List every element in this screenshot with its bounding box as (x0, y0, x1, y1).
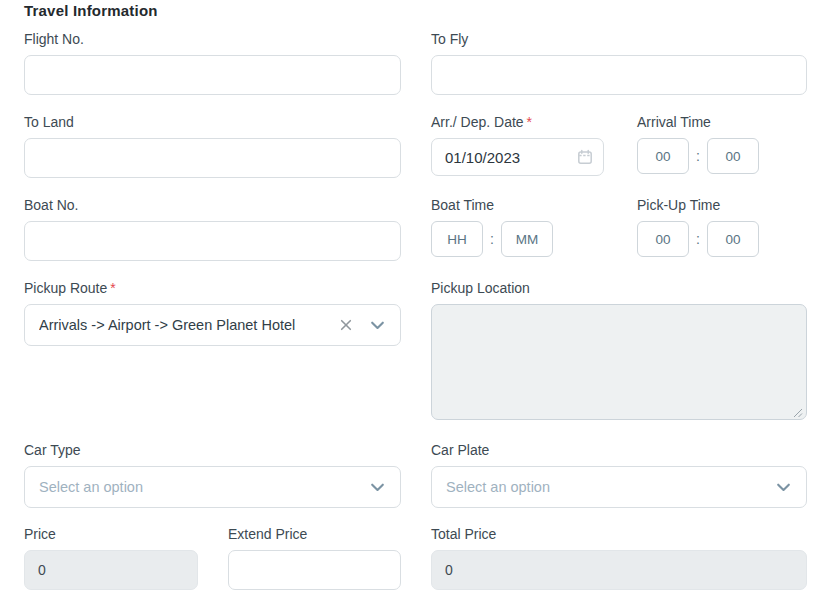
arr-dep-date-field: Arr./ Dep. Date* (431, 114, 604, 178)
car-plate-label: Car Plate (431, 442, 807, 459)
pickup-time-minute-input[interactable] (707, 221, 759, 257)
form-row: Boat No. Boat Time : Pick-Up Time : (24, 197, 807, 261)
form-row: Pickup Route* Arrivals -> Airport -> Gre… (24, 280, 807, 424)
flight-no-field: Flight No. (24, 31, 401, 95)
calendar-icon[interactable] (577, 149, 593, 165)
form-row: To Land Arr./ Dep. Date* (24, 114, 807, 178)
chevron-down-icon[interactable] (369, 317, 386, 334)
arrival-time-minute-input[interactable] (707, 138, 759, 174)
chevron-down-icon[interactable] (369, 479, 386, 496)
total-price-field: Total Price (431, 526, 807, 590)
extend-price-input[interactable] (228, 550, 401, 590)
pickup-time-label: Pick-Up Time (637, 197, 759, 214)
form-row: Flight No. To Fly (24, 31, 807, 95)
pickup-location-textarea (431, 304, 807, 420)
to-fly-label: To Fly (431, 31, 807, 48)
required-asterisk: * (110, 280, 115, 296)
clear-icon[interactable] (339, 318, 353, 332)
to-land-input[interactable] (24, 138, 401, 178)
to-land-label: To Land (24, 114, 401, 131)
pickup-route-field: Pickup Route* Arrivals -> Airport -> Gre… (24, 280, 401, 424)
form-row: Car Type Select an option Car Plate Sele… (24, 442, 807, 508)
pickup-time-hour-input[interactable] (637, 221, 689, 257)
arrival-time-hour-input[interactable] (637, 138, 689, 174)
pickup-location-label: Pickup Location (431, 280, 807, 297)
car-type-placeholder: Select an option (39, 479, 369, 495)
required-asterisk: * (527, 114, 532, 130)
extend-price-field: Extend Price (228, 526, 401, 590)
form-row: Price Extend Price Total Price (24, 526, 807, 590)
to-fly-field: To Fly (431, 31, 807, 95)
travel-information-form: Travel Information Flight No. To Fly To … (0, 0, 830, 590)
time-separator: : (696, 148, 700, 164)
boat-time-minute-input[interactable] (501, 221, 553, 257)
boat-time-hour-input[interactable] (431, 221, 483, 257)
chevron-down-icon[interactable] (775, 479, 792, 496)
section-title: Travel Information (24, 2, 807, 20)
boat-no-field: Boat No. (24, 197, 401, 261)
pickup-route-select[interactable]: Arrivals -> Airport -> Green Planet Hote… (24, 304, 401, 346)
car-type-select[interactable]: Select an option (24, 466, 401, 508)
arrival-time-field: Arrival Time : (637, 114, 759, 178)
to-fly-input[interactable] (431, 55, 807, 95)
car-plate-field: Car Plate Select an option (431, 442, 807, 508)
pickup-route-label: Pickup Route* (24, 280, 401, 297)
car-plate-placeholder: Select an option (446, 479, 775, 495)
flight-no-input[interactable] (24, 55, 401, 95)
boat-no-label: Boat No. (24, 197, 401, 214)
pickup-time-field: Pick-Up Time : (637, 197, 759, 261)
boat-pickup-time-group: Boat Time : Pick-Up Time : (431, 197, 807, 261)
time-separator: : (490, 231, 494, 247)
boat-time-label: Boat Time (431, 197, 604, 214)
arr-dep-date-label: Arr./ Dep. Date* (431, 114, 604, 131)
resize-grip-icon[interactable] (793, 408, 803, 418)
car-type-label: Car Type (24, 442, 401, 459)
price-label: Price (24, 526, 198, 543)
total-price-input (431, 550, 807, 590)
flight-no-label: Flight No. (24, 31, 401, 48)
total-price-label: Total Price (431, 526, 807, 543)
car-plate-select[interactable]: Select an option (431, 466, 807, 508)
date-time-group: Arr./ Dep. Date* Arrival Time (431, 114, 807, 178)
price-group: Price Extend Price (24, 526, 401, 590)
time-separator: : (696, 231, 700, 247)
arrival-time-label: Arrival Time (637, 114, 759, 131)
price-field: Price (24, 526, 198, 590)
pickup-route-value: Arrivals -> Airport -> Green Planet Hote… (39, 317, 339, 333)
to-land-field: To Land (24, 114, 401, 178)
price-input (24, 550, 198, 590)
boat-no-input[interactable] (24, 221, 401, 261)
boat-time-field: Boat Time : (431, 197, 604, 261)
pickup-location-field: Pickup Location (431, 280, 807, 424)
extend-price-label: Extend Price (228, 526, 401, 543)
car-type-field: Car Type Select an option (24, 442, 401, 508)
